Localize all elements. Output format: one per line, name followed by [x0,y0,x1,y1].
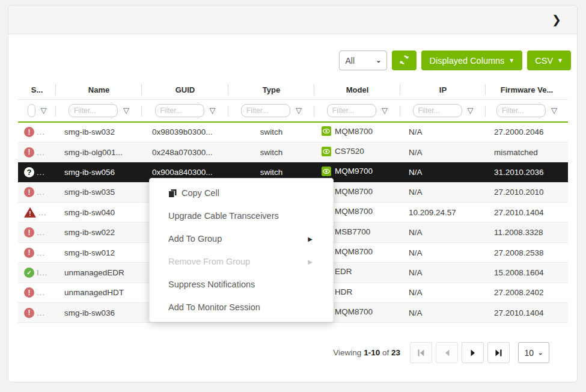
model-name: HDR [335,287,352,296]
nvidia-logo-icon [322,147,331,156]
filter-funnel-icon[interactable]: ▽ [296,106,302,114]
status-truncated-text: ... [37,148,45,157]
model-name: MQM8700 [335,207,373,216]
column-header[interactable]: Name [56,81,142,99]
error-icon: ! [24,147,34,158]
csv-export-button[interactable]: CSV ▼ [527,51,571,70]
status-truncated-text: ... [37,248,45,257]
total-count: 23 [391,348,400,357]
filter-funnel-icon[interactable]: ▽ [210,106,216,114]
filter-funnel-icon[interactable]: ▽ [123,106,129,114]
firmware-cell: 15.2008.1604 [486,263,568,283]
name-cell: smg-ib-sw040 [56,203,142,222]
ip-cell: N/A [400,122,486,142]
menu-item-upgrade-cable-transceivers[interactable]: Upgrade Cable Transceivers [150,204,333,227]
firmware-cell: 27.2008.2538 [486,242,568,262]
model-name: MQM8700 [335,187,373,196]
firmware-cell: 27.2010.2010 [486,182,568,202]
filter-cell: ▽ [314,99,400,122]
table-toolbar: All ⌄ Displayed Columns ▼ CSV ▼ [8,34,577,70]
status-truncated-text: I... [37,268,47,277]
filter-funnel-icon[interactable]: ▽ [468,106,474,114]
menu-item-label: Suppress Notifications [168,280,255,289]
refresh-button[interactable] [392,51,417,70]
viewing-status: Viewing 1-10 of 23 [333,348,400,357]
filter-input[interactable] [155,104,204,117]
displayed-columns-button[interactable]: Displayed Columns ▼ [421,51,522,70]
filter-cell: ▽ [486,99,568,122]
model-name: EDR [335,267,352,276]
column-header[interactable]: GUID [142,81,228,99]
filter-cell: ▽ [142,99,228,122]
column-header[interactable]: Type [228,81,314,99]
column-header[interactable]: Firmware Ve... [486,81,568,99]
model-name: MSB7700 [335,227,370,236]
model-cell: CS7520 [314,142,400,162]
type-cell: switch [228,142,314,162]
page-size-value: 10 [525,348,534,358]
filter-cell: ▽ [400,99,486,122]
guid-cell: 0x98039b0300... [142,122,228,142]
name-cell: smg-ib-sw036 [56,303,142,323]
chevron-down-icon: ⌄ [376,57,381,64]
menu-item-add-to-monitor-session[interactable]: Add To Monitor Session [150,296,333,319]
firmware-cell: mismatched [486,142,568,162]
submenu-arrow-icon: ▶ [308,259,313,265]
name-cell: smg-ib-sw035 [56,182,142,202]
filter-input[interactable] [69,104,118,117]
row-context-menu: Copy CellUpgrade Cable TransceiversAdd T… [149,178,334,322]
model-name: CS7520 [335,147,364,156]
csv-label: CSV [535,56,553,66]
status-cell: !... [18,303,56,323]
page-size-select[interactable]: 10 ⌄ [518,342,549,363]
caret-down-icon: ▼ [557,57,563,64]
question-icon: ? [24,167,34,177]
menu-item-suppress-notifications[interactable]: Suppress Notifications [150,273,333,296]
filter-input[interactable] [241,104,290,117]
chevron-down-icon: ⌄ [538,349,543,356]
pagination-bar: Viewing 1-10 of 23 [18,323,567,363]
filter-funnel-icon[interactable]: ▽ [41,106,47,114]
menu-item-remove-from-group: Remove From Group▶ [150,250,333,273]
caret-down-icon: ▼ [508,57,514,64]
firmware-cell: 27.2010.1404 [486,203,568,222]
menu-item-copy-cell[interactable]: Copy Cell [150,182,333,204]
column-header[interactable]: Model [314,81,400,99]
table-row[interactable]: !...smg-ib-sw0320x98039b0300...switchMQM… [18,122,568,142]
last-page-button[interactable] [487,342,510,363]
status-truncated-text: ... [37,288,45,297]
name-cell: smg-ib-sw056 [56,162,142,182]
filter-funnel-icon[interactable]: ▽ [551,106,557,114]
error-icon: ! [24,248,34,258]
filter-funnel-icon[interactable]: ▽ [382,106,388,114]
menu-item-add-to-group[interactable]: Add To Group▶ [150,227,333,250]
filter-input[interactable] [28,104,35,117]
error-icon: ! [24,127,34,137]
submenu-arrow-icon: ▶ [308,236,313,242]
error-icon: ! [24,227,34,237]
menu-item-label: Remove From Group [168,257,250,266]
displayed-columns-label: Displayed Columns [429,56,504,66]
filter-input[interactable] [413,104,462,117]
collapse-panel-chevron-icon[interactable]: ❯ [552,14,561,25]
ip-cell: 10.209.24.57 [400,203,486,222]
filter-scope-select[interactable]: All ⌄ [339,51,387,70]
status-cell: !... [18,182,56,202]
viewing-range: 1-10 [364,348,380,357]
ip-cell: N/A [400,242,486,262]
status-cell: ✓I... [18,263,56,283]
name-cell: smg-ib-sw022 [56,222,142,242]
table-row[interactable]: !...smg-ib-olg001...0x248a070300...switc… [18,142,568,162]
column-header[interactable]: IP [400,81,486,99]
status-cell: !... [18,142,56,162]
filter-scope-value: All [345,56,355,66]
status-cell: !... [18,283,56,302]
column-header[interactable]: S... [18,81,56,99]
filter-input[interactable] [496,104,546,117]
error-icon: ! [24,187,34,197]
filter-input[interactable] [327,104,376,117]
status-truncated-text: ... [37,168,45,177]
previous-page-icon [444,349,450,357]
ip-cell: N/A [400,303,486,323]
next-page-button[interactable] [462,342,484,363]
